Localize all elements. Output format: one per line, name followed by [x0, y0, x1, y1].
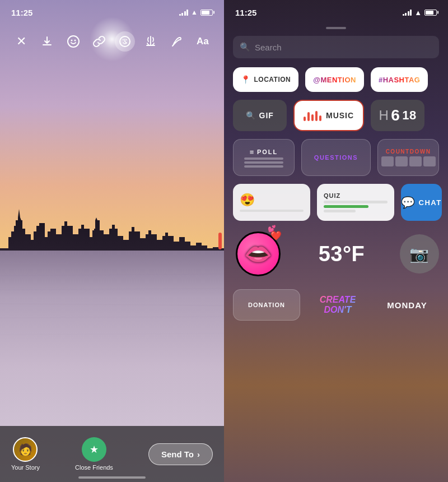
mention-sticker[interactable]: @MENTION — [305, 67, 364, 92]
countdown-label: COUNTDOWN — [386, 149, 431, 155]
questions-label: QUESTIONS — [314, 154, 358, 161]
right-status-bar: 11:25 ▲ — [224, 0, 448, 25]
temperature-sticker[interactable]: 53°F — [290, 229, 393, 279]
monday-sticker[interactable]: MONDAY — [375, 289, 439, 321]
close-button[interactable]: ✕ — [11, 31, 31, 52]
right-signal-icon — [403, 9, 412, 16]
donation-label: DONATION — [248, 302, 285, 308]
gif-sticker[interactable]: 🔍 GIF — [233, 100, 287, 131]
create-dont-sticker[interactable]: CREATEDON'T — [307, 289, 368, 321]
location-sticker[interactable]: 📍 LOCATION — [233, 67, 298, 92]
chat-sticker[interactable]: 💬 CHAT — [401, 184, 442, 221]
mouth-sticker[interactable]: 👄 ❤️ 💕 — [233, 229, 283, 279]
dice-sticker[interactable]: H 6 18 — [371, 100, 424, 131]
sticker-button[interactable] — [115, 31, 135, 52]
send-to-button[interactable]: Send To › — [148, 443, 213, 465]
svg-line-9 — [0, 289, 224, 290]
sticker-row-1: 📍 LOCATION @MENTION #HASHTAG — [233, 67, 439, 92]
search-bar[interactable]: 🔍 Search — [233, 36, 439, 58]
battery-icon — [200, 10, 213, 16]
left-status-icons: ▲ — [179, 8, 213, 16]
hashtag-label: #HASHTAG — [379, 76, 421, 84]
slider-track — [240, 210, 304, 212]
emoji-button[interactable] — [63, 31, 83, 52]
poll-label: POLL — [257, 149, 278, 155]
mention-label: @MENTION — [313, 76, 356, 84]
close-friends-label: Close Friends — [75, 464, 113, 471]
home-indicator-left — [78, 476, 146, 479]
left-status-bar: 11:25 ▲ — [0, 0, 224, 25]
questions-sticker[interactable]: QUESTIONS — [301, 139, 371, 176]
download-button[interactable] — [37, 31, 57, 52]
create-dont-label: CREATEDON'T — [320, 295, 356, 314]
svg-point-1 — [71, 40, 72, 41]
music-sticker[interactable]: MUSIC — [293, 100, 364, 131]
dice-display: H 6 18 — [379, 106, 416, 124]
countdown-blocks — [381, 156, 436, 166]
emoji-slider-sticker[interactable]: 😍 — [233, 184, 310, 221]
story-toolbar: ✕ — [0, 25, 224, 58]
text-button[interactable]: Aa — [193, 31, 213, 52]
gif-label: GIF — [259, 111, 274, 120]
temperature-label: 53°F — [319, 242, 365, 266]
sticker-picker-panel: 11:25 ▲ 🔍 Search — [224, 0, 448, 482]
link-button[interactable] — [89, 31, 109, 52]
hashtag-sticker[interactable]: #HASHTAG — [371, 67, 428, 92]
send-to-label: Send To — [161, 449, 194, 459]
right-panel-content: 11:25 ▲ 🔍 Search — [224, 0, 448, 482]
poll-lines-icon: ≡ — [250, 148, 254, 156]
right-wifi-icon: ▲ — [414, 8, 422, 17]
poll-header: ≡ POLL — [250, 148, 278, 156]
story-image — [0, 0, 224, 482]
send-to-arrow: › — [197, 449, 200, 459]
svg-line-11 — [0, 317, 224, 318]
quiz-bars — [324, 201, 388, 212]
chat-bubble-icon: 💬 — [401, 196, 416, 209]
slider-emoji: 😍 — [240, 193, 255, 207]
sticker-row-5: 👄 ❤️ 💕 53°F 📷 — [233, 229, 439, 279]
left-status-time: 11:25 — [11, 8, 32, 17]
music-bars-icon — [304, 110, 321, 121]
svg-point-2 — [74, 40, 76, 41]
story-bottom-bar: 🧑 Your Story ★ Close Friends Send To › — [0, 426, 224, 482]
countdown-sticker[interactable]: COUNTDOWN — [377, 139, 439, 176]
your-story-label: Your Story — [11, 464, 40, 471]
sticker-grid: 📍 LOCATION @MENTION #HASHTAG 🔍 GIF — [224, 67, 448, 482]
quiz-sticker[interactable]: QUIZ — [317, 184, 394, 221]
location-label: LOCATION — [254, 76, 291, 84]
wifi-icon: ▲ — [191, 8, 198, 16]
chat-label: CHAT — [419, 198, 442, 207]
poll-sticker[interactable]: ≡ POLL — [233, 139, 295, 176]
right-status-icons: ▲ — [403, 8, 437, 17]
audio-button[interactable] — [141, 31, 161, 52]
location-icon: 📍 — [241, 75, 251, 84]
close-friends-option[interactable]: ★ Close Friends — [75, 437, 113, 471]
svg-point-4 — [123, 39, 124, 40]
poll-lines — [244, 157, 283, 168]
camera-icon: 📷 — [409, 245, 430, 263]
avatar: 🧑 — [13, 437, 38, 462]
sticker-row-3: ≡ POLL QUESTIONS COUNTDOWN — [233, 139, 439, 176]
right-battery-icon — [424, 10, 437, 16]
draw-button[interactable] — [167, 31, 187, 52]
mouth-sticker-visual: 👄 ❤️ 💕 — [236, 231, 281, 276]
music-label: MUSIC — [326, 111, 354, 120]
svg-line-7 — [0, 262, 224, 265]
sticker-row-4: 😍 QUIZ 💬 CHAT — [233, 184, 439, 221]
svg-point-5 — [126, 39, 127, 40]
search-small-icon: 🔍 — [246, 111, 256, 120]
donation-sticker[interactable]: DONATION — [233, 289, 300, 321]
svg-line-8 — [0, 274, 224, 276]
sticker-row-2: 🔍 GIF MUSIC H 6 — [233, 100, 439, 131]
search-placeholder: Search — [255, 43, 282, 52]
search-icon: 🔍 — [240, 42, 250, 52]
monday-label: MONDAY — [387, 300, 427, 310]
camera-sticker[interactable]: 📷 — [400, 234, 439, 274]
signal-icon — [179, 9, 189, 16]
svg-line-10 — [0, 304, 224, 305]
red-marker — [218, 233, 222, 249]
quiz-label: QUIZ — [324, 192, 340, 199]
close-friends-icon: ★ — [82, 437, 106, 462]
svg-point-0 — [68, 36, 79, 47]
your-story-option[interactable]: 🧑 Your Story — [11, 437, 40, 471]
